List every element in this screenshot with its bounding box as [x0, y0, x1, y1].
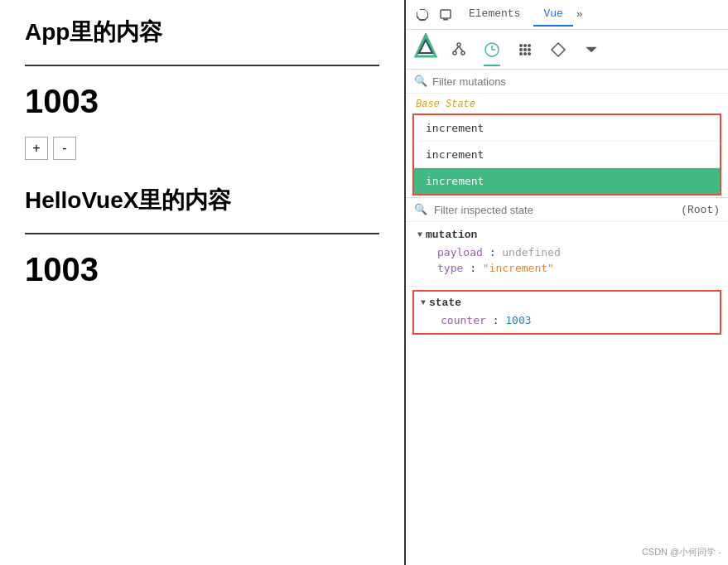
divider [406, 286, 728, 287]
svg-point-6 [461, 51, 465, 55]
base-state-label: Base State [406, 94, 728, 112]
vue-logo [412, 33, 439, 66]
vuex-icon[interactable] [512, 36, 538, 63]
svg-point-15 [519, 48, 523, 51]
search-icon: 🔍 [414, 75, 427, 88]
mutation-item-3[interactable]: increment [414, 168, 720, 194]
svg-point-19 [523, 52, 527, 56]
counter-display-1: 1003 [25, 83, 379, 120]
app-title: App里的内容 [25, 17, 379, 66]
type-value: "increment" [483, 262, 554, 274]
counter-row: counter : 1003 [421, 312, 713, 328]
state-inspector: 🔍 (Root) ▼ mutation payload : undefined … [406, 198, 728, 565]
state-section-title: state [429, 297, 461, 309]
svg-point-16 [523, 48, 527, 51]
watermark: CSDN @小何同学 - [642, 546, 721, 558]
left-panel: App里的内容 1003 + - HelloVueX里的内容 1003 [0, 0, 406, 565]
filter-mutations-input[interactable] [432, 75, 720, 88]
filter-state-input[interactable] [434, 204, 674, 216]
counter-value: 1003 [505, 314, 531, 326]
vue-toolbar [406, 30, 728, 70]
svg-line-7 [455, 46, 459, 51]
mutation-payload-row: payload : undefined [417, 244, 716, 260]
svg-point-17 [528, 48, 531, 51]
mutation-section-header[interactable]: ▼ mutation [417, 229, 716, 241]
filter-mutations-section: 🔍 [406, 70, 728, 94]
mutation-item-2[interactable]: increment [414, 142, 720, 168]
decrement-button[interactable]: - [53, 137, 76, 160]
payload-value: undefined [502, 246, 560, 258]
svg-marker-21 [552, 43, 565, 56]
timeline-icon[interactable] [479, 36, 505, 63]
router-icon[interactable] [545, 36, 571, 63]
root-label[interactable]: (Root) [681, 204, 720, 216]
svg-line-8 [459, 46, 463, 51]
chevron-down-icon[interactable] [578, 36, 605, 63]
type-key: type [437, 262, 463, 274]
mutation-type-row: type : "increment" [417, 260, 716, 276]
increment-button[interactable]: + [25, 137, 48, 160]
mutation-list: increment increment increment [412, 113, 721, 196]
mutation-details-section: ▼ mutation payload : undefined type : "i… [406, 222, 728, 282]
svg-point-14 [528, 44, 531, 47]
payload-key: payload [437, 246, 483, 258]
svg-point-20 [528, 52, 531, 56]
svg-rect-0 [441, 10, 451, 18]
svg-point-4 [457, 43, 460, 46]
svg-point-13 [523, 44, 527, 47]
component-tree-icon[interactable] [446, 36, 472, 63]
svg-point-12 [519, 44, 523, 47]
mutation-item-1[interactable]: increment [414, 115, 720, 142]
svg-point-5 [453, 51, 456, 55]
button-group: + - [25, 137, 379, 160]
search-state-icon: 🔍 [414, 203, 427, 216]
more-tabs[interactable]: » [576, 8, 583, 21]
triangle-state-icon: ▼ [421, 298, 426, 307]
state-boxed-section: ▼ state counter : 1003 [412, 290, 721, 335]
mutation-section-title: mutation [426, 229, 477, 241]
hello-title: HelloVueX里的内容 [25, 185, 379, 234]
counter-display-2: 1003 [25, 251, 379, 288]
device-icon[interactable] [436, 5, 456, 25]
svg-point-18 [519, 52, 523, 56]
mutations-area: Base State increment increment increment [406, 94, 728, 198]
devtools-panel: Elements Vue » [406, 0, 728, 565]
counter-key: counter [441, 314, 486, 326]
tab-elements[interactable]: Elements [459, 2, 530, 27]
filter-state-bar: 🔍 (Root) [406, 198, 728, 222]
triangle-icon: ▼ [417, 230, 422, 239]
devtools-header: Elements Vue » [406, 0, 728, 30]
tab-vue[interactable]: Vue [533, 2, 572, 27]
svg-rect-1 [443, 19, 448, 21]
state-section-header[interactable]: ▼ state [421, 297, 713, 309]
inspect-icon[interactable] [412, 5, 432, 25]
